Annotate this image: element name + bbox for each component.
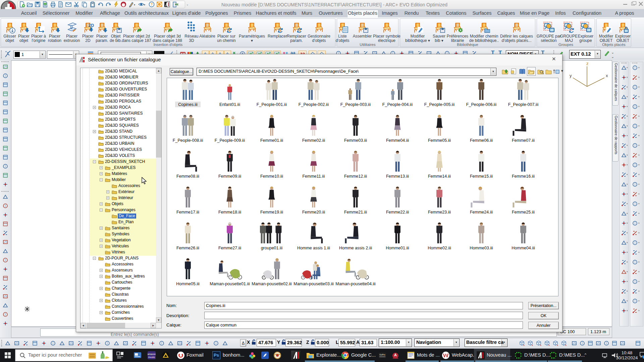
svg-text:Femme21.iii: Femme21.iii — [344, 210, 367, 215]
svg-text:?: ? — [151, 2, 153, 6]
svg-text:F_People-009.iii: F_People-009.iii — [215, 138, 245, 143]
svg-text:Femme27.iii: Femme27.iii — [218, 246, 241, 250]
svg-text:Femme07.iii: Femme07.iii — [512, 138, 535, 143]
svg-text:Femme09.iii: Femme09.iii — [218, 174, 241, 179]
svg-text:Homme01.iii: Homme01.iii — [386, 246, 409, 250]
svg-text:Femme04.iii: Femme04.iii — [386, 138, 409, 143]
svg-text:2D: 2D — [89, 23, 94, 28]
svg-text:Homme05.iii: Homme05.iii — [176, 282, 199, 286]
svg-text:y: y — [570, 73, 572, 78]
svg-text:Femme16.iii: Femme16.iii — [512, 174, 535, 179]
svg-text:F_People-007.iii: F_People-007.iii — [508, 102, 538, 107]
svg-text:Femme26.iii: Femme26.iii — [176, 246, 199, 250]
svg-text:Homme assis 2.iii: Homme assis 2.iii — [339, 246, 372, 250]
svg-text:amazon: amazon — [148, 353, 156, 355]
svg-text:F_People-003.iii: F_People-003.iii — [340, 102, 371, 107]
svg-text:Femme23.iii: Femme23.iii — [428, 210, 451, 215]
svg-text:F_People-002.iii: F_People-002.iii — [299, 102, 329, 107]
svg-text:Femme18.iii: Femme18.iii — [218, 210, 241, 215]
svg-text:Femme06.iii: Femme06.iii — [470, 138, 493, 143]
svg-text:Homme04.iii: Homme04.iii — [512, 246, 535, 250]
svg-text:Femme24.iii: Femme24.iii — [470, 210, 493, 215]
svg-text:A: A — [394, 353, 397, 357]
svg-text:Homme02.iii: Homme02.iii — [428, 246, 451, 250]
svg-text:Femme11.iii: Femme11.iii — [302, 174, 325, 179]
svg-text:Maman-pousette04.iii: Maman-pousette04.iii — [335, 282, 376, 286]
svg-text:Femme13.iii: Femme13.iii — [386, 174, 409, 179]
svg-text:Femme03.iii: Femme03.iii — [344, 138, 367, 143]
svg-text:z: z — [586, 61, 589, 66]
svg-text:Femme01.iii: Femme01.iii — [260, 138, 283, 143]
svg-text:Femme10.iii: Femme10.iii — [260, 174, 283, 179]
svg-text:Maman-pousette01.iii: Maman-pousette01.iii — [210, 282, 250, 286]
svg-text:Femme15.iii: Femme15.iii — [470, 174, 493, 179]
svg-text:Copines.iii: Copines.iii — [178, 102, 198, 107]
svg-text:Femme14.iii: Femme14.iii — [428, 174, 451, 179]
svg-text:GoPro: GoPro — [379, 354, 385, 356]
svg-text:Femme02.iii: Femme02.iii — [302, 138, 325, 143]
svg-text:F_People-006.iii: F_People-006.iii — [466, 102, 496, 107]
svg-text:F_People-005.iii: F_People-005.iii — [424, 102, 454, 107]
svg-text:Homme03.iii: Homme03.iii — [470, 246, 493, 250]
svg-text:Maman-pousette03.iii: Maman-pousette03.iii — [293, 282, 334, 286]
svg-text:Femme22.iii: Femme22.iii — [386, 210, 409, 215]
svg-text:Femme05.iii: Femme05.iii — [428, 138, 451, 143]
svg-text:Femme19.iii: Femme19.iii — [260, 210, 283, 215]
svg-text:F_People-001.iii: F_People-001.iii — [257, 102, 287, 107]
svg-text:Femme12.iii: Femme12.iii — [344, 174, 367, 179]
svg-text:Femme08.iii: Femme08.iii — [176, 174, 199, 179]
svg-text:Homme assis 1.iii: Homme assis 1.iii — [297, 246, 330, 250]
svg-text:Femme25.iii: Femme25.iii — [512, 210, 535, 215]
svg-text:music: music — [148, 356, 155, 359]
svg-text:groupe01.iii: groupe01.iii — [261, 246, 283, 250]
svg-text:Enfant01.iii: Enfant01.iii — [219, 102, 240, 107]
svg-text:Maman-pousette02.iii: Maman-pousette02.iii — [252, 282, 292, 286]
svg-text:x: x — [606, 73, 608, 78]
svg-text:Femme20.iii: Femme20.iii — [302, 210, 325, 215]
svg-text:F_People-008.iii: F_People-008.iii — [173, 138, 203, 143]
svg-text:F_People-004.iii: F_People-004.iii — [382, 102, 413, 107]
svg-text:Femme17.iii: Femme17.iii — [176, 210, 199, 215]
